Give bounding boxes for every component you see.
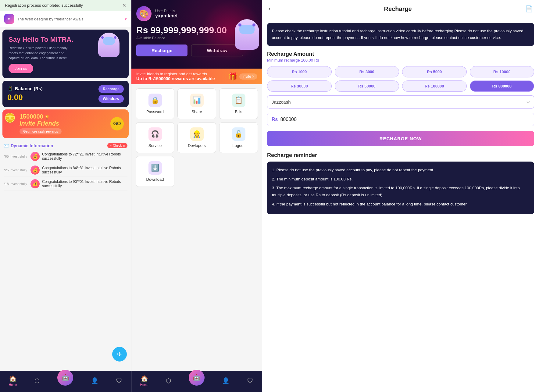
activity-text-3: Congratulations to 90**01 Invest Intuiti… bbox=[42, 180, 127, 188]
activity-icon-1: 💰 bbox=[30, 152, 40, 161]
invite-strip-sub: Up to Rs1500000 rewards are available bbox=[136, 76, 215, 81]
invite-strip-text: Invite friends to register and get rewar… bbox=[136, 72, 215, 81]
recharge-now-button[interactable]: RECHARGE NOW bbox=[267, 131, 534, 146]
recharge-header: ‹ Recharge 📄 bbox=[262, 0, 539, 18]
recharge-small-button[interactable]: Recharge bbox=[98, 85, 124, 93]
join-button[interactable]: Join us bbox=[9, 64, 33, 73]
go-button[interactable]: GO bbox=[110, 117, 124, 130]
nav-shield-middle[interactable]: 🛡 bbox=[247, 377, 253, 384]
nav-cube-middle[interactable]: ⬡ bbox=[166, 377, 171, 384]
nav-home-middle[interactable]: 🏠 Home bbox=[140, 375, 148, 387]
nav-shield-left[interactable]: 🛡 bbox=[116, 377, 122, 384]
telegram-button[interactable]: ✈ bbox=[112, 347, 127, 362]
shield-icon: 🛡 bbox=[116, 377, 122, 384]
invite-strip-right: 🎁 Invite > bbox=[228, 72, 257, 81]
menu-service[interactable]: 🎧 Service bbox=[136, 122, 174, 153]
service-icon: 🎧 bbox=[148, 127, 162, 141]
recharge-info-text: Please check the recharge instruction tu… bbox=[272, 29, 523, 40]
bills-icon: 📋 bbox=[232, 94, 245, 107]
cube-icon-middle: ⬡ bbox=[166, 377, 171, 384]
gift-icon: 🎁 bbox=[228, 72, 237, 81]
back-button[interactable]: ‹ bbox=[268, 5, 270, 13]
dynamic-section: ✉️ Dynamic Information ✔ Check-in *65 In… bbox=[0, 141, 131, 192]
left-panel: Registration process completed successfu… bbox=[0, 0, 131, 392]
receipt-icon[interactable]: 📄 bbox=[525, 5, 533, 12]
menu-password-label: Password bbox=[146, 109, 164, 114]
hero-banner: Say Hello To MITRA. Redefine CX with pow… bbox=[2, 30, 129, 78]
amount-section-title: Recharge Amount bbox=[267, 51, 534, 57]
nav-cube-left[interactable]: ⬡ bbox=[34, 377, 40, 384]
recharge-amount-section: Recharge Amount Minimum recharge 100.00 … bbox=[262, 51, 539, 126]
checkin-button[interactable]: ✔ Check-in bbox=[107, 143, 127, 148]
chip-5000[interactable]: Rs 5000 bbox=[402, 66, 467, 77]
nav-home-left[interactable]: 🏠 Home bbox=[9, 375, 17, 387]
activity-left-3: *18 Invest sfully bbox=[4, 182, 28, 186]
reminder-box: 1. Please do not use the previously save… bbox=[267, 162, 534, 214]
nav-center-robot-middle[interactable]: 🤖 bbox=[189, 370, 205, 386]
home-icon-middle: 🏠 bbox=[141, 375, 148, 382]
chip-800000[interactable]: Rs 800000 bbox=[470, 80, 534, 92]
invite-strip[interactable]: Invite friends to register and get rewar… bbox=[131, 69, 262, 84]
balance-info: 📱 Balance (Rs) 0.00 bbox=[7, 86, 43, 102]
left-bottom-nav: 🏠 Home ⬡ 🤖 👤 🛡 bbox=[0, 371, 131, 392]
web-design-bar: M The Web desgine by freelancer Awais ♥ bbox=[0, 11, 131, 27]
chip-30000[interactable]: Rs 30000 bbox=[267, 80, 332, 92]
user-icon: 👤 bbox=[91, 377, 98, 384]
invite-strip-main: Invite friends to register and get rewar… bbox=[136, 72, 207, 76]
chip-1000[interactable]: Rs 1000 bbox=[267, 66, 332, 77]
chip-10000[interactable]: Rs 10000 bbox=[470, 66, 534, 77]
menu-password[interactable]: 🔒 Password bbox=[136, 88, 174, 119]
nav-user-middle[interactable]: 👤 bbox=[222, 377, 230, 384]
web-design-text: The Web desgine by freelancer Awais bbox=[17, 17, 84, 21]
username-display: yxymknet bbox=[155, 13, 178, 19]
heart-icon: ♥ bbox=[124, 17, 127, 21]
menu-developers-label: Devlopers bbox=[188, 143, 206, 148]
menu-logout[interactable]: 🔓 Logout bbox=[219, 122, 258, 153]
recharge-title: Recharge bbox=[384, 5, 412, 12]
invite-amount: 1500000 🏆 bbox=[20, 113, 62, 120]
nav-user-left[interactable]: 👤 bbox=[91, 377, 98, 384]
recharge-main-button[interactable]: Recharge bbox=[136, 45, 187, 56]
balance-amount: 0.00 bbox=[7, 93, 43, 102]
menu-service-label: Service bbox=[148, 143, 162, 148]
chip-3000[interactable]: Rs 3000 bbox=[335, 66, 399, 77]
middle-panel: 🎨 User Details yxymknet Rs 99,999,999,99… bbox=[131, 0, 262, 392]
robot-illustration bbox=[92, 33, 126, 75]
avatar-logo: 🎨 bbox=[139, 9, 149, 19]
menu-logout-label: Logout bbox=[233, 143, 245, 148]
invite-sub: Get more cash rewards bbox=[20, 128, 62, 134]
amount-section-min: Minimum recharge 100.00 Rs bbox=[267, 58, 534, 62]
right-panel: ‹ Recharge 📄 Please check the recharge i… bbox=[262, 0, 539, 392]
invite-banner[interactable]: 🪙 1500000 🏆 Invite Friends Get more cash… bbox=[2, 109, 129, 138]
user-details-label: User Details bbox=[155, 9, 178, 13]
menu-share[interactable]: 📊 Share bbox=[177, 88, 216, 119]
payment-method-select[interactable]: Jazzcash Easypaisa Bank Transfer bbox=[267, 95, 534, 109]
list-item: *25 Invest sfully 💰 Congratulations to 8… bbox=[4, 164, 127, 177]
logo-icon: M bbox=[4, 14, 14, 24]
chip-100000[interactable]: Rs 100000 bbox=[402, 80, 467, 92]
balance-actions: Recharge Withdraw bbox=[98, 85, 124, 103]
nav-center-robot-left[interactable]: 🤖 bbox=[57, 370, 73, 386]
withdraw-small-button[interactable]: Withdraw bbox=[98, 95, 124, 103]
cube-icon: ⬡ bbox=[34, 377, 40, 384]
activity-text-2: Congratulations to 84**81 Invest Intuiti… bbox=[42, 166, 127, 174]
menu-bills[interactable]: 📋 Bills bbox=[219, 88, 258, 119]
menu-developers[interactable]: 👷 Devlopers bbox=[177, 122, 216, 153]
user-icon-middle: 👤 bbox=[222, 377, 230, 384]
recharge-info-box: Please check the recharge instruction tu… bbox=[267, 23, 534, 46]
share-icon: 📊 bbox=[190, 94, 204, 107]
menu-download[interactable]: ⬇️ Download bbox=[136, 156, 174, 187]
header-robot-img bbox=[235, 19, 259, 50]
close-icon[interactable]: ✕ bbox=[122, 2, 126, 8]
chip-50000[interactable]: Rs 50000 bbox=[335, 80, 399, 92]
shield-icon-middle: 🛡 bbox=[247, 377, 253, 384]
invite-title: Invite Friends bbox=[20, 120, 62, 127]
reminder-point-3: 3. The maximum recharge amount for a sin… bbox=[272, 184, 529, 199]
reminder-title: Recharge reminder bbox=[267, 152, 534, 159]
reminder-point-1: 1. Please do not use the previously save… bbox=[272, 166, 529, 173]
amount-input[interactable] bbox=[280, 117, 530, 122]
menu-share-label: Share bbox=[191, 109, 202, 114]
amount-input-row: Rs bbox=[267, 113, 534, 126]
dynamic-title: ✉️ Dynamic Information bbox=[4, 143, 53, 148]
invite-strip-btn[interactable]: Invite > bbox=[239, 73, 257, 80]
